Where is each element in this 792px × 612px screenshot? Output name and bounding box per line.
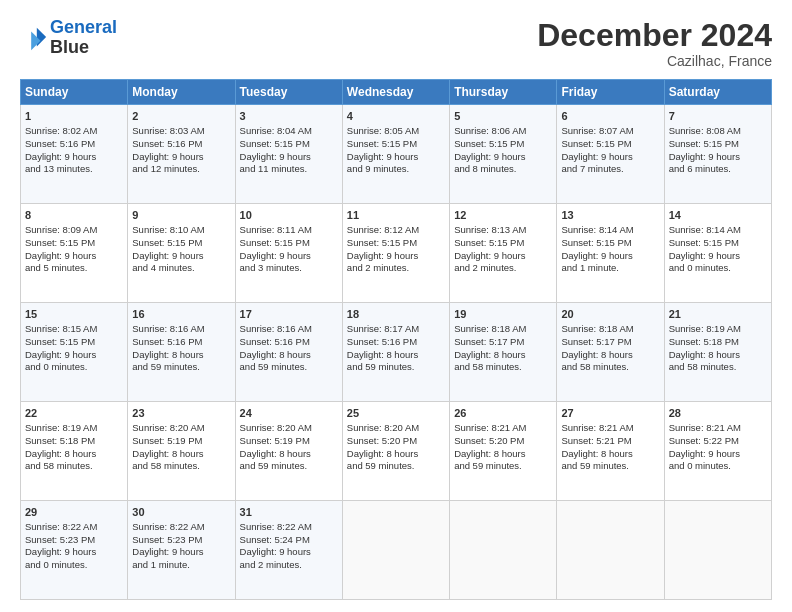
day-info: and 58 minutes. <box>25 460 93 471</box>
day-info: Daylight: 9 hours <box>132 250 203 261</box>
day-info: Sunset: 5:18 PM <box>25 435 95 446</box>
day-info: Sunrise: 8:03 AM <box>132 125 204 136</box>
day-info: Sunrise: 8:21 AM <box>669 422 741 433</box>
day-info: Sunrise: 8:13 AM <box>454 224 526 235</box>
calendar-cell: 31Sunrise: 8:22 AMSunset: 5:24 PMDayligh… <box>235 501 342 600</box>
day-info: Sunset: 5:16 PM <box>132 336 202 347</box>
day-info: Daylight: 8 hours <box>454 448 525 459</box>
calendar-cell: 15Sunrise: 8:15 AMSunset: 5:15 PMDayligh… <box>21 303 128 402</box>
day-info: and 59 minutes. <box>347 460 415 471</box>
day-info: and 0 minutes. <box>669 262 731 273</box>
day-info: Sunrise: 8:20 AM <box>132 422 204 433</box>
calendar-cell: 13Sunrise: 8:14 AMSunset: 5:15 PMDayligh… <box>557 204 664 303</box>
day-number: 25 <box>347 406 445 421</box>
calendar-cell: 7Sunrise: 8:08 AMSunset: 5:15 PMDaylight… <box>664 105 771 204</box>
day-info: Sunset: 5:16 PM <box>25 138 95 149</box>
day-info: Sunset: 5:15 PM <box>25 336 95 347</box>
day-info: Sunrise: 8:14 AM <box>669 224 741 235</box>
day-info: and 2 minutes. <box>240 559 302 570</box>
day-number: 17 <box>240 307 338 322</box>
day-info: Sunrise: 8:19 AM <box>25 422 97 433</box>
day-info: Daylight: 8 hours <box>240 349 311 360</box>
day-number: 24 <box>240 406 338 421</box>
week-row-1: 1Sunrise: 8:02 AMSunset: 5:16 PMDaylight… <box>21 105 772 204</box>
header-day-tuesday: Tuesday <box>235 80 342 105</box>
day-info: Daylight: 9 hours <box>132 546 203 557</box>
day-info: Daylight: 8 hours <box>669 349 740 360</box>
day-info: Daylight: 9 hours <box>25 250 96 261</box>
day-info: Daylight: 8 hours <box>132 448 203 459</box>
day-info: Daylight: 9 hours <box>347 250 418 261</box>
header-day-monday: Monday <box>128 80 235 105</box>
day-number: 20 <box>561 307 659 322</box>
day-number: 5 <box>454 109 552 124</box>
calendar: SundayMondayTuesdayWednesdayThursdayFrid… <box>20 79 772 600</box>
day-info: Daylight: 9 hours <box>25 151 96 162</box>
day-number: 21 <box>669 307 767 322</box>
day-info: Sunrise: 8:04 AM <box>240 125 312 136</box>
day-number: 2 <box>132 109 230 124</box>
day-info: and 11 minutes. <box>240 163 308 174</box>
day-info: Sunrise: 8:20 AM <box>347 422 419 433</box>
calendar-cell: 1Sunrise: 8:02 AMSunset: 5:16 PMDaylight… <box>21 105 128 204</box>
calendar-cell <box>557 501 664 600</box>
day-info: Daylight: 9 hours <box>347 151 418 162</box>
day-info: and 6 minutes. <box>669 163 731 174</box>
calendar-cell: 4Sunrise: 8:05 AMSunset: 5:15 PMDaylight… <box>342 105 449 204</box>
day-info: and 59 minutes. <box>132 361 200 372</box>
calendar-cell <box>664 501 771 600</box>
day-info: Daylight: 9 hours <box>240 546 311 557</box>
day-number: 27 <box>561 406 659 421</box>
day-info: Daylight: 9 hours <box>25 349 96 360</box>
day-info: Sunset: 5:23 PM <box>25 534 95 545</box>
day-info: Sunrise: 8:16 AM <box>240 323 312 334</box>
day-info: Sunset: 5:24 PM <box>240 534 310 545</box>
calendar-cell: 14Sunrise: 8:14 AMSunset: 5:15 PMDayligh… <box>664 204 771 303</box>
calendar-cell: 22Sunrise: 8:19 AMSunset: 5:18 PMDayligh… <box>21 402 128 501</box>
day-number: 19 <box>454 307 552 322</box>
day-info: Sunset: 5:15 PM <box>25 237 95 248</box>
day-info: and 59 minutes. <box>240 460 308 471</box>
month-title: December 2024 <box>537 18 772 53</box>
day-info: Daylight: 9 hours <box>240 250 311 261</box>
day-info: and 1 minute. <box>561 262 619 273</box>
day-info: Sunset: 5:17 PM <box>561 336 631 347</box>
day-info: Sunrise: 8:22 AM <box>132 521 204 532</box>
day-info: Sunset: 5:15 PM <box>132 237 202 248</box>
day-number: 14 <box>669 208 767 223</box>
calendar-cell: 30Sunrise: 8:22 AMSunset: 5:23 PMDayligh… <box>128 501 235 600</box>
day-number: 30 <box>132 505 230 520</box>
day-info: Daylight: 9 hours <box>454 250 525 261</box>
day-number: 28 <box>669 406 767 421</box>
day-info: Daylight: 8 hours <box>454 349 525 360</box>
calendar-cell: 6Sunrise: 8:07 AMSunset: 5:15 PMDaylight… <box>557 105 664 204</box>
day-info: Daylight: 8 hours <box>347 448 418 459</box>
logo-icon <box>20 24 48 52</box>
day-info: Daylight: 9 hours <box>669 448 740 459</box>
day-info: Sunset: 5:15 PM <box>347 237 417 248</box>
day-number: 8 <box>25 208 123 223</box>
day-info: Sunrise: 8:18 AM <box>454 323 526 334</box>
day-info: Sunrise: 8:15 AM <box>25 323 97 334</box>
day-number: 1 <box>25 109 123 124</box>
day-info: Sunset: 5:15 PM <box>240 237 310 248</box>
header-day-sunday: Sunday <box>21 80 128 105</box>
calendar-cell: 25Sunrise: 8:20 AMSunset: 5:20 PMDayligh… <box>342 402 449 501</box>
day-info: and 3 minutes. <box>240 262 302 273</box>
day-info: Daylight: 9 hours <box>132 151 203 162</box>
day-info: Sunrise: 8:18 AM <box>561 323 633 334</box>
day-number: 22 <box>25 406 123 421</box>
day-info: Sunset: 5:15 PM <box>669 138 739 149</box>
day-info: Sunrise: 8:11 AM <box>240 224 312 235</box>
day-info: Sunrise: 8:02 AM <box>25 125 97 136</box>
day-number: 7 <box>669 109 767 124</box>
day-info: Sunset: 5:22 PM <box>669 435 739 446</box>
header-day-wednesday: Wednesday <box>342 80 449 105</box>
day-info: Sunset: 5:19 PM <box>240 435 310 446</box>
day-info: and 9 minutes. <box>347 163 409 174</box>
day-info: Daylight: 8 hours <box>561 349 632 360</box>
day-number: 9 <box>132 208 230 223</box>
day-info: and 0 minutes. <box>25 361 87 372</box>
header-day-thursday: Thursday <box>450 80 557 105</box>
day-info: Sunset: 5:19 PM <box>132 435 202 446</box>
